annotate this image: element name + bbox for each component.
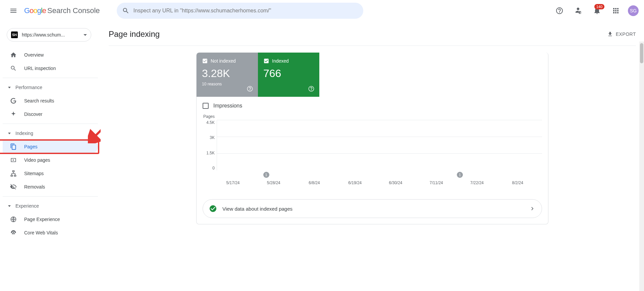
url-inspect-input[interactable] (133, 8, 361, 14)
url-inspect-search[interactable] (117, 3, 363, 19)
section-title: Experience (15, 203, 39, 209)
section-toggle-indexing[interactable]: Indexing (3, 127, 98, 140)
sidebar-item-sitemaps[interactable]: Sitemaps (3, 167, 98, 180)
product-name: Search Console (47, 6, 100, 15)
speed-icon (9, 229, 17, 236)
chevron-right-icon (529, 205, 536, 212)
sidebar-item-label: Page Experience (24, 217, 60, 222)
sidebar-item-label: URL inspection (24, 66, 56, 71)
discover-icon (9, 111, 17, 118)
kpi-help-icon[interactable] (308, 85, 315, 92)
home-icon (9, 52, 17, 58)
sidebar-item-page-experience[interactable]: Page Experience (3, 213, 98, 226)
sidebar-item-label: Core Web Vitals (24, 230, 58, 235)
apps-button[interactable] (608, 3, 624, 19)
sidebar-item-url-inspection[interactable]: URL inspection (3, 62, 98, 75)
section-toggle-experience[interactable]: Experience (3, 199, 98, 213)
sidebar-item-label: Removals (24, 184, 45, 190)
header-actions: 140 SG (551, 3, 639, 19)
sidebar-item-label: Sitemaps (24, 171, 44, 176)
sidebar-item-overview[interactable]: Overview (3, 48, 98, 62)
kpi-label: Not indexed (211, 58, 236, 64)
chart-marker[interactable]: 1 (457, 172, 463, 178)
x-tick: 7/22/24 (470, 180, 484, 185)
sidebar-item-label: Video pages (24, 157, 50, 163)
export-button[interactable]: EXPORT (607, 31, 636, 37)
sidebar-item-pages[interactable]: Pages (3, 140, 98, 153)
section-title: Indexing (15, 131, 33, 136)
info-row-text: View data about indexed pages (222, 206, 524, 212)
sitemap-icon (9, 170, 17, 177)
video-icon (9, 157, 17, 163)
google-g-icon (9, 97, 17, 104)
chevron-down-icon (84, 34, 87, 36)
product-logo[interactable]: Google Search Console (24, 6, 100, 15)
search-icon (122, 7, 129, 14)
main-content: Page indexing EXPORT Not indexed 3.28K 1… (101, 21, 644, 291)
x-tick: 6/8/24 (309, 180, 320, 185)
arrow-down-icon (8, 87, 11, 88)
kpi-not-indexed[interactable]: Not indexed 3.28K 10 reasons (197, 53, 258, 97)
sidebar-item-label: Pages (24, 144, 38, 149)
chart-markers: 11 (217, 172, 542, 179)
export-label: EXPORT (616, 31, 636, 37)
property-label: https://www.schum... (22, 32, 81, 38)
sidebar-item-core-web-vitals[interactable]: Core Web Vitals (3, 226, 98, 239)
section-title: Performance (15, 85, 42, 90)
y-axis: 4.5K3K1.5K0 (203, 120, 217, 170)
x-axis: 5/17/245/28/246/8/246/19/246/30/247/11/2… (217, 180, 542, 187)
kpi-value: 3.28K (202, 67, 253, 80)
sidebar-item-label: Overview (24, 52, 44, 58)
kpi-indexed[interactable]: Indexed 766 (258, 53, 319, 97)
sidebar-item-label: Search results (24, 98, 54, 103)
impressions-label: Impressions (213, 103, 242, 109)
google-logo: Google (24, 6, 46, 15)
pages-icon (9, 143, 17, 150)
notifications-button[interactable]: 140 (589, 3, 605, 19)
sidebar-item-discover[interactable]: Discover (3, 107, 98, 121)
property-favicon: SH (11, 31, 18, 38)
impressions-toggle[interactable]: Impressions (197, 97, 548, 111)
x-tick: 5/28/24 (267, 180, 280, 185)
check-circle-icon (209, 205, 217, 213)
kpi-value: 766 (263, 67, 314, 80)
user-settings-button[interactable] (570, 3, 586, 19)
search-icon (9, 65, 17, 72)
checkbox-checked-icon (263, 58, 269, 64)
chart-bars (217, 120, 542, 170)
y-axis-label: Pages (203, 114, 542, 119)
chart-marker[interactable]: 1 (263, 172, 269, 178)
x-tick: 8/2/24 (512, 180, 523, 185)
page-title: Page indexing (109, 29, 160, 39)
sidebar-item-video-pages[interactable]: Video pages (3, 153, 98, 167)
account-avatar[interactable]: SG (628, 5, 639, 16)
kpi-help-icon[interactable] (247, 85, 253, 92)
sidebar-item-removals[interactable]: Removals (3, 180, 98, 194)
x-tick: 6/19/24 (348, 180, 362, 185)
arrow-down-icon (8, 133, 11, 134)
help-button[interactable] (551, 3, 568, 19)
download-icon (607, 31, 613, 37)
app-header: Google Search Console 140 SG (0, 0, 644, 21)
arrow-down-icon (8, 205, 11, 207)
checkbox-checked-icon (202, 58, 208, 64)
x-tick: 6/30/24 (389, 180, 402, 185)
x-tick: 7/11/24 (430, 180, 443, 185)
checkbox-unchecked-icon (203, 103, 209, 109)
globe-icon (9, 216, 17, 223)
chart: Pages 4.5K3K1.5K0 11 5/17/245/28/246/8/2… (197, 111, 548, 194)
x-tick: 5/17/24 (226, 180, 239, 185)
sidebar-item-search-results[interactable]: Search results (3, 94, 98, 107)
sidebar: SH https://www.schum... Overview URL ins… (0, 21, 101, 291)
sidebar-item-label: Discover (24, 112, 42, 117)
view-indexed-pages-row[interactable]: View data about indexed pages (203, 199, 542, 218)
visibility-off-icon (9, 184, 17, 190)
scrollbar[interactable] (639, 42, 644, 291)
menu-button[interactable] (5, 3, 21, 19)
index-status-card: Not indexed 3.28K 10 reasons Indexed 766 (196, 53, 548, 224)
notifications-badge: 140 (594, 4, 604, 9)
section-toggle-performance[interactable]: Performance (3, 81, 98, 94)
kpi-sub: 10 reasons (202, 82, 253, 86)
property-selector[interactable]: SH https://www.schum... (7, 28, 91, 42)
kpi-label: Indexed (272, 58, 289, 64)
